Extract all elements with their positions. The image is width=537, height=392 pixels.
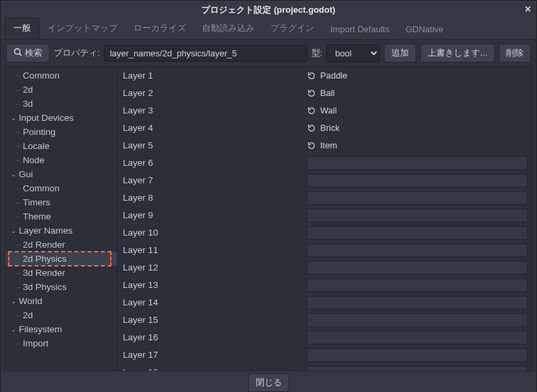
property-name: Layer 8 bbox=[117, 193, 307, 203]
property-value-input[interactable] bbox=[307, 313, 528, 327]
property-value-input[interactable] bbox=[307, 331, 528, 344]
chevron-down-icon[interactable]: ⌄ bbox=[11, 297, 17, 305]
property-value-cell bbox=[307, 366, 532, 372]
property-value-cell bbox=[307, 296, 532, 309]
tree-item-label: Common bbox=[23, 70, 60, 81]
tree-item-label: 3d bbox=[23, 99, 33, 109]
property-value-input[interactable] bbox=[307, 209, 528, 222]
property-row: Layer 6 bbox=[117, 154, 532, 172]
property-value-input[interactable] bbox=[307, 348, 528, 362]
tree-item-2d-physics[interactable]: 2d Physics bbox=[5, 252, 117, 266]
property-name: Layer 16 bbox=[117, 332, 307, 342]
property-value-cell bbox=[307, 174, 532, 187]
property-value-input[interactable] bbox=[307, 156, 528, 170]
tree-item-pointing[interactable]: Pointing bbox=[5, 125, 117, 139]
property-value[interactable]: Ball bbox=[320, 88, 335, 98]
chevron-down-icon[interactable]: ⌄ bbox=[11, 114, 17, 121]
add-button[interactable]: 追加 bbox=[384, 44, 416, 62]
reset-icon[interactable] bbox=[307, 71, 316, 81]
type-label: 型: bbox=[311, 47, 323, 59]
property-row: Layer 9 bbox=[117, 207, 532, 224]
property-value[interactable]: Paddle bbox=[320, 70, 347, 81]
close-icon[interactable]: × bbox=[525, 3, 531, 15]
chevron-down-icon[interactable]: ⌄ bbox=[11, 227, 17, 234]
property-value-cell bbox=[307, 191, 532, 205]
chevron-down-icon[interactable]: ⌄ bbox=[11, 326, 17, 333]
tree-item-label: Layer Names bbox=[19, 226, 72, 236]
property-value-input[interactable] bbox=[307, 226, 528, 240]
tree-item-timers[interactable]: Timers bbox=[5, 195, 117, 209]
property-value-cell: Wall bbox=[307, 105, 532, 115]
override-button[interactable]: 上書きします... bbox=[420, 44, 495, 62]
property-value-input[interactable] bbox=[307, 261, 528, 275]
tree-item-3d[interactable]: 3d bbox=[5, 97, 117, 111]
tree-item-label: 2d bbox=[23, 310, 33, 320]
search-button[interactable]: 検索 bbox=[6, 44, 50, 62]
property-value-input[interactable] bbox=[307, 296, 528, 309]
tree-item-3d-render[interactable]: 3d Render bbox=[5, 266, 117, 280]
tree-item-2d-render[interactable]: 2d Render bbox=[5, 238, 117, 252]
property-row: Layer 11 bbox=[117, 242, 532, 259]
property-value-input[interactable] bbox=[307, 174, 528, 187]
tab-2[interactable]: ローカライズ bbox=[126, 18, 194, 39]
property-row: Layer 8 bbox=[117, 189, 532, 207]
tab-1[interactable]: インプットマップ bbox=[40, 18, 126, 39]
chevron-down-icon[interactable]: ⌄ bbox=[11, 170, 17, 178]
tree-item-layer-names[interactable]: ⌄Layer Names bbox=[5, 224, 117, 238]
tree-item-common[interactable]: Common bbox=[5, 181, 117, 195]
tree-item-filesystem[interactable]: ⌄Filesystem bbox=[5, 322, 117, 336]
property-inspector[interactable]: Layer 1PaddleLayer 2BallLayer 3WallLayer… bbox=[117, 66, 532, 371]
property-value-cell: Paddle bbox=[307, 70, 532, 81]
tree-item-node[interactable]: Node bbox=[5, 153, 117, 167]
property-value-cell bbox=[307, 348, 532, 362]
tree-item-import[interactable]: Import bbox=[5, 336, 117, 350]
reset-icon[interactable] bbox=[307, 89, 316, 98]
property-name: Layer 10 bbox=[117, 228, 307, 238]
tree-item-world[interactable]: ⌄World bbox=[5, 294, 117, 308]
property-row: Layer 4Brick bbox=[117, 119, 532, 137]
property-value-input[interactable] bbox=[307, 191, 528, 205]
property-value[interactable]: Wall bbox=[320, 105, 337, 115]
tree-item-label: Theme bbox=[23, 211, 51, 222]
property-name: Layer 17 bbox=[117, 350, 307, 360]
reset-icon[interactable] bbox=[307, 106, 316, 115]
tree-item-label: Common bbox=[23, 183, 60, 193]
property-label: プロパティ: bbox=[54, 47, 100, 59]
tree-item-input-devices[interactable]: ⌄Input Devices bbox=[5, 111, 117, 125]
tab-4[interactable]: プラグイン bbox=[262, 18, 322, 39]
category-tree[interactable]: Common2d3d⌄Input DevicesPointingLocaleNo… bbox=[5, 66, 117, 371]
reset-icon[interactable] bbox=[307, 141, 316, 150]
property-value-cell bbox=[307, 331, 532, 344]
type-select[interactable]: bool bbox=[326, 44, 380, 62]
tab-5[interactable]: Import Defaults bbox=[322, 20, 397, 39]
property-value-cell: Ball bbox=[307, 88, 532, 98]
property-value-cell bbox=[307, 244, 532, 257]
footer: 閉じる bbox=[1, 371, 536, 392]
property-value[interactable]: Brick bbox=[320, 123, 340, 133]
property-value[interactable]: Item bbox=[320, 140, 337, 150]
tree-item-theme[interactable]: Theme bbox=[5, 209, 117, 224]
tab-3[interactable]: 自動読み込み bbox=[194, 18, 262, 39]
close-button[interactable]: 閉じる bbox=[248, 373, 289, 392]
property-value-input[interactable] bbox=[307, 366, 528, 372]
property-name: Layer 3 bbox=[117, 105, 307, 115]
tree-item-label: Gui bbox=[19, 169, 33, 179]
tree-item-common[interactable]: Common bbox=[5, 68, 117, 83]
tree-item-2d[interactable]: 2d bbox=[5, 83, 117, 97]
tab-0[interactable]: 一般 bbox=[5, 17, 40, 39]
property-row: Layer 10 bbox=[117, 224, 532, 242]
property-row: Layer 2Ball bbox=[117, 85, 532, 102]
delete-button[interactable]: 削除 bbox=[499, 44, 531, 62]
property-value-input[interactable] bbox=[307, 244, 528, 257]
property-name: Layer 13 bbox=[117, 280, 307, 290]
tree-item-3d-physics[interactable]: 3d Physics bbox=[5, 280, 117, 294]
property-path-input[interactable] bbox=[104, 45, 307, 62]
tree-item-gui[interactable]: ⌄Gui bbox=[5, 167, 117, 181]
tree-item-2d[interactable]: 2d bbox=[5, 308, 117, 322]
property-name: Layer 9 bbox=[117, 210, 307, 220]
reset-icon[interactable] bbox=[307, 124, 316, 133]
search-icon bbox=[13, 48, 22, 58]
tree-item-locale[interactable]: Locale bbox=[5, 139, 117, 153]
property-value-input[interactable] bbox=[307, 279, 528, 292]
tab-6[interactable]: GDNative bbox=[397, 20, 451, 39]
